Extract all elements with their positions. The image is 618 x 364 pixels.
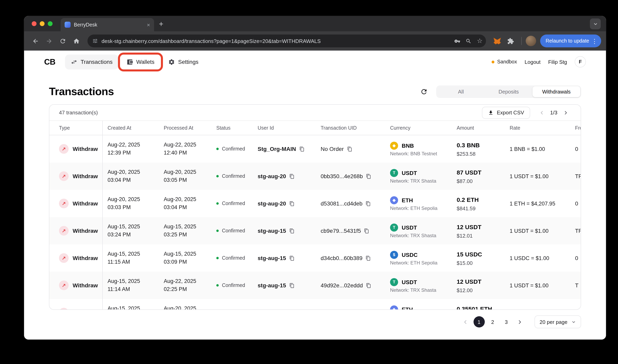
copy-icon[interactable] — [366, 255, 371, 261]
currency-icon: $ — [390, 251, 398, 259]
transactions-icon — [71, 58, 77, 65]
table-toolbar-right: Export CSV 1/3 — [482, 106, 571, 118]
zoom-window-button[interactable] — [48, 21, 52, 26]
site-info-icon[interactable] — [92, 38, 98, 44]
copy-icon[interactable] — [299, 146, 304, 152]
copy-icon[interactable] — [289, 201, 295, 206]
withdraw-icon: ↗ — [59, 253, 69, 263]
table-row: ↗ Withdraw Aug-22, 202512:39 PM Aug-22, … — [49, 135, 581, 163]
currency-icon: T — [390, 223, 398, 231]
copy-icon[interactable] — [289, 283, 295, 288]
prev-page-button[interactable] — [537, 107, 547, 118]
withdraw-icon: ↗ — [59, 144, 69, 154]
close-window-button[interactable] — [32, 21, 37, 26]
amount-cell: 0.2 ETH$841.59 — [452, 190, 505, 217]
copy-icon[interactable] — [289, 255, 295, 261]
zoom-icon[interactable] — [465, 38, 472, 44]
tab-deposits[interactable]: Deposits — [485, 86, 532, 97]
omnibox-actions: ☆ — [454, 38, 483, 44]
col-from: From — [570, 121, 581, 135]
tab-all[interactable]: All — [437, 86, 485, 97]
copy-icon[interactable] — [366, 201, 371, 206]
processed-at-cell: Aug-15, 202503:25 PM — [159, 217, 211, 244]
rate-cell: 1 USDT = $1.00 — [505, 217, 570, 244]
browser-menu-icon[interactable]: ⋮ — [592, 38, 598, 44]
refresh-button[interactable] — [417, 85, 431, 98]
table-header: Type Created At Processed At Status User… — [49, 121, 581, 135]
copy-icon[interactable] — [366, 174, 371, 179]
currency-icon: ◆ — [390, 305, 398, 310]
export-csv-button[interactable]: Export CSV — [482, 106, 530, 118]
environment-label: Sandbox — [497, 59, 517, 65]
export-csv-label: Export CSV — [497, 110, 524, 116]
next-page-button[interactable] — [514, 316, 526, 327]
withdraw-icon: ↗ — [59, 308, 69, 310]
currency-cell: TUSDT Network: TRX Shasta — [385, 217, 452, 244]
currency-cell: $USDC Network: ETH Sepolia — [385, 244, 452, 272]
nav-item-wallets[interactable]: Wallets — [121, 54, 160, 69]
copy-icon[interactable] — [347, 146, 352, 152]
transaction-count: 47 transaction(s) — [59, 110, 98, 116]
bookmark-star-icon[interactable]: ☆ — [477, 38, 483, 44]
app-logo[interactable]: CB — [44, 57, 55, 66]
home-button[interactable] — [70, 35, 83, 47]
url-text[interactable]: desk-stg.chainberry.com/dashboard/transa… — [102, 38, 450, 44]
nav-item-settings[interactable]: Settings — [163, 54, 204, 69]
address-bar[interactable]: desk-stg.chainberry.com/dashboard/transa… — [88, 35, 486, 47]
status-cell: Confirmed — [211, 272, 253, 299]
reload-button[interactable] — [56, 35, 69, 47]
metamask-extension-icon[interactable] — [490, 35, 503, 47]
user-id-cell: stg-aug-20 — [253, 190, 316, 217]
from-cell: TP — [570, 217, 581, 244]
currency-icon: ◆ — [390, 196, 398, 204]
forward-button[interactable] — [42, 35, 55, 47]
copy-icon[interactable] — [289, 174, 295, 179]
profile-avatar[interactable] — [526, 36, 536, 46]
minimize-window-button[interactable] — [40, 21, 45, 26]
tab-search-button[interactable] — [590, 18, 601, 29]
user-avatar[interactable]: F — [575, 56, 586, 67]
withdraw-icon: ↗ — [59, 199, 69, 208]
status-dot — [216, 202, 219, 205]
relaunch-label: Relaunch to update — [546, 38, 589, 44]
nav-items: Transactions Wallets Settings — [65, 54, 204, 69]
relaunch-update-button[interactable]: Relaunch to update ⋮ — [540, 35, 601, 47]
user-name: Filip Stg — [548, 59, 567, 65]
tab-withdrawals[interactable]: Withdrawals — [532, 86, 580, 97]
processed-at-cell: Aug-15, 202503:09 PM — [159, 244, 211, 272]
password-key-icon[interactable] — [454, 38, 460, 44]
nav-item-transactions[interactable]: Transactions — [65, 54, 118, 69]
copy-icon[interactable] — [289, 228, 295, 233]
back-button[interactable] — [29, 35, 42, 47]
page-button-1[interactable]: 1 — [473, 316, 485, 327]
page-button-3[interactable]: 3 — [501, 316, 512, 327]
col-amount: Amount — [452, 121, 505, 135]
next-page-button[interactable] — [561, 107, 571, 118]
browser-tab[interactable]: BerryDesk × — [61, 18, 154, 31]
currency-cell: ◆BNB Network: BNB Testnet — [385, 135, 452, 163]
type-cell: ↗ Withdraw — [49, 163, 103, 190]
created-at-cell: Aug-15, 2025 — [103, 299, 159, 310]
page-button-2[interactable]: 2 — [487, 316, 498, 327]
copy-icon[interactable] — [366, 283, 371, 288]
new-tab-button[interactable]: + — [159, 20, 163, 27]
table-row: ↗ Withdraw Aug-20, 202503:03 PM Aug-20, … — [49, 190, 581, 217]
amount-cell: 0.35501 ETH — [452, 299, 505, 310]
chevron-left-icon — [462, 319, 468, 325]
page-size-select[interactable]: 20 per page — [534, 315, 581, 328]
sandbox-dot-icon — [492, 60, 494, 63]
currency-icon: ◆ — [390, 142, 398, 149]
rate-cell: 1 ETH = $4,207.95 — [505, 190, 570, 217]
browser-window: BerryDesk × + — [24, 16, 606, 339]
status-cell: Confirmed — [211, 135, 253, 163]
processed-at-cell: Aug-20, 2025 — [159, 299, 211, 310]
prev-page-button[interactable] — [460, 316, 471, 327]
type-cell: ↗ — [49, 299, 103, 310]
amount-cell: 12 USDT$12.01 — [452, 217, 505, 244]
extensions-puzzle-icon[interactable] — [504, 35, 517, 47]
copy-icon[interactable] — [364, 228, 369, 233]
tab-close-icon[interactable]: × — [147, 22, 150, 27]
logout-link[interactable]: Logout — [525, 59, 541, 65]
currency-icon: T — [390, 169, 398, 177]
amount-cell: 0.3 BNB$253.58 — [452, 135, 505, 163]
